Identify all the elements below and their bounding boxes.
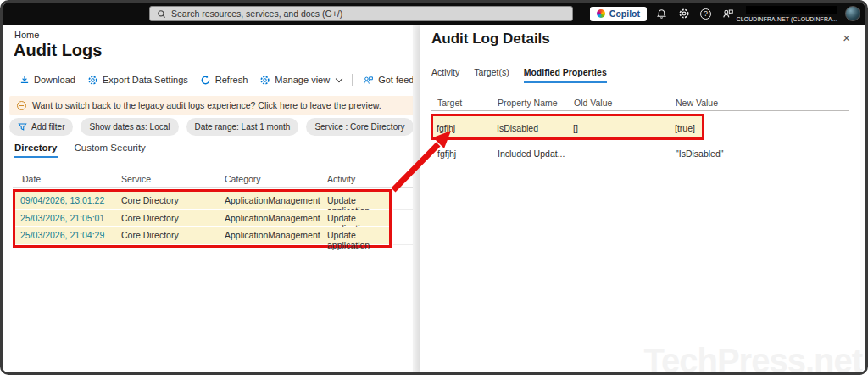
cell-property: Included Updat... <box>498 148 565 159</box>
filter-icon <box>18 122 27 132</box>
preview-banner[interactable]: Want to switch back to the legacy audit … <box>9 96 415 115</box>
azure-portal-window: Search resources, services, and docs (G+… <box>0 0 868 375</box>
toolbar-divider <box>352 74 353 86</box>
copilot-icon <box>597 9 605 18</box>
topbar-right-cluster: Copilot ? CLOUDINFRA.NET (CLOUDINFRA... <box>590 3 860 25</box>
panel-row-divider <box>431 165 849 165</box>
minus-circle-icon <box>17 101 26 110</box>
export-data-settings-button[interactable]: Export Data Settings <box>81 75 194 86</box>
close-icon[interactable]: × <box>843 31 850 44</box>
account-redaction-box <box>746 6 837 14</box>
tab-custom-security[interactable]: Custom Security <box>75 143 146 158</box>
filter-pill-show-dates[interactable]: Show dates as: Local <box>81 118 178 136</box>
more-options-icon[interactable]: ... <box>87 48 97 59</box>
row-date-link[interactable]: 25/03/2026, 21:05:01 <box>20 213 104 223</box>
account-tenant-label: CLOUDINFRA.NET (CLOUDINFRA... <box>737 16 837 22</box>
annotation-box-rows: 09/04/2026, 13:01:22 Core Directory Appl… <box>13 189 392 248</box>
cell-target: fgfjhj <box>437 123 455 133</box>
search-placeholder: Search resources, services, and docs (G+… <box>171 8 342 19</box>
cell-new-value: [true] <box>675 123 695 133</box>
column-header-property-name[interactable]: Property Name <box>498 98 558 108</box>
column-header-old-value[interactable]: Old Value <box>574 98 612 108</box>
watermark: TechPress.net <box>644 342 863 375</box>
row-date-link[interactable]: 09/04/2026, 13:01:22 <box>20 195 104 205</box>
top-bar: Search resources, services, and docs (G+… <box>3 3 865 25</box>
global-search-input[interactable]: Search resources, services, and docs (G+… <box>149 6 573 21</box>
table-row[interactable]: 25/03/2026, 21:05:01 Core Directory Appl… <box>15 210 389 227</box>
banner-text: Want to switch back to the legacy audit … <box>32 100 381 110</box>
filter-pill-service[interactable]: Service : Core Directory <box>306 118 413 136</box>
column-header-activity[interactable]: Activity <box>327 174 355 184</box>
annotation-box-property-row[interactable]: fgfjhj IsDisabled [] [true] <box>431 114 704 140</box>
breadcrumb[interactable]: Home <box>14 30 39 40</box>
copilot-label: Copilot <box>609 8 640 19</box>
add-filter-button[interactable]: Add filter <box>9 118 73 136</box>
account-info[interactable]: CLOUDINFRA.NET (CLOUDINFRA... <box>743 6 837 22</box>
feedback-icon <box>363 75 374 86</box>
cell-new-value: "IsDisabled" <box>676 148 723 159</box>
column-header-target[interactable]: Target <box>437 98 462 108</box>
refresh-icon <box>200 75 211 86</box>
cell-property: IsDisabled <box>497 123 538 133</box>
chevron-down-icon <box>336 75 342 81</box>
download-icon <box>19 75 30 85</box>
tab-targets[interactable]: Target(s) <box>474 67 509 83</box>
panel-table-row[interactable]: fgfjhj Included Updat... "IsDisabled" <box>420 143 865 165</box>
command-bar: Download Export Data Settings Refresh Ma… <box>14 72 420 87</box>
audit-log-details-panel: Audit Log Details × Activity Target(s) M… <box>420 25 865 375</box>
column-header-new-value[interactable]: New Value <box>676 98 718 108</box>
tab-modified-properties[interactable]: Modified Properties <box>524 67 607 83</box>
main-content: Home Audit Logs ... Download Export Data… <box>3 25 420 375</box>
refresh-button[interactable]: Refresh <box>194 75 254 86</box>
cell-old-value: [] <box>573 123 578 133</box>
filter-pill-date-range[interactable]: Date range: Last 1 month <box>186 118 299 136</box>
cell-target: fgfjhj <box>437 148 456 159</box>
avatar[interactable] <box>845 6 860 21</box>
filter-bar: Add filter Show dates as: Local Date ran… <box>9 118 420 136</box>
tab-directory[interactable]: Directory <box>14 143 58 158</box>
panel-tabs: Activity Target(s) Modified Properties <box>431 67 607 83</box>
copilot-button[interactable]: Copilot <box>590 7 647 21</box>
settings-gear-icon[interactable] <box>676 7 691 21</box>
view-tabs: Directory Custom Security <box>14 143 146 158</box>
column-header-service[interactable]: Service <box>121 174 151 184</box>
search-icon <box>157 9 166 19</box>
feedback-icon[interactable] <box>721 7 735 21</box>
table-header-divider <box>13 187 416 188</box>
download-button[interactable]: Download <box>14 75 81 85</box>
table-row[interactable]: 09/04/2026, 13:01:22 Core Directory Appl… <box>15 192 389 210</box>
panel-title: Audit Log Details <box>431 31 550 48</box>
table-row[interactable]: 25/03/2026, 21:04:29 Core Directory Appl… <box>15 227 389 244</box>
got-feedback-button[interactable]: Got feedback? <box>357 75 420 86</box>
manage-view-button[interactable]: Manage view <box>253 75 348 86</box>
notifications-bell-icon[interactable] <box>654 7 669 21</box>
gear-icon <box>259 75 270 86</box>
column-header-category[interactable]: Category <box>225 174 261 184</box>
gear-icon <box>87 75 98 86</box>
sort-down-icon: ↓ <box>22 174 26 184</box>
tab-activity[interactable]: Activity <box>431 67 459 83</box>
row-date-link[interactable]: 25/03/2026, 21:04:29 <box>20 230 104 240</box>
panel-header-divider <box>431 110 849 111</box>
help-icon[interactable]: ? <box>698 7 713 21</box>
